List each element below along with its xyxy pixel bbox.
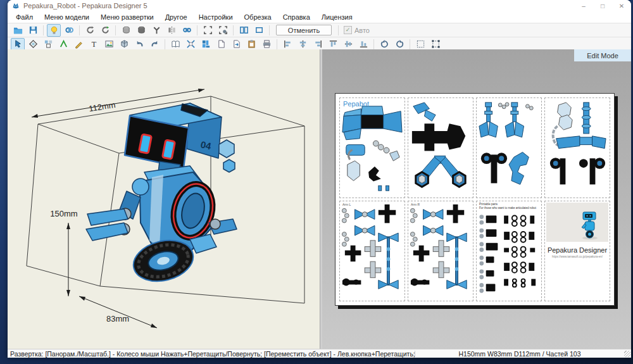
select-points-icon[interactable] (429, 38, 442, 51)
menu-item-1[interactable]: Меню модели (39, 11, 95, 23)
resize-grip[interactable] (624, 351, 630, 357)
arrange-blocks-icon[interactable] (199, 38, 213, 51)
menu-item-5[interactable]: Обрезка (239, 11, 277, 23)
brand-robot-image (580, 211, 599, 240)
menu-item-6[interactable]: Справка (277, 11, 316, 23)
menu-item-4[interactable]: Настройки (193, 11, 239, 23)
robot-model[interactable]: 04 (86, 103, 237, 287)
polygon-pen-icon[interactable] (26, 38, 40, 51)
selection-settings-icon[interactable] (216, 24, 230, 37)
copy-page-icon[interactable] (229, 38, 243, 51)
toolbar-separator (410, 39, 410, 49)
status-hint-text: Развертка: [Панорам./Масштаб.] - Колесо … (8, 350, 415, 358)
svg-text:T: T (91, 40, 96, 49)
toolbar-separator (373, 39, 374, 49)
select-rotate-icon[interactable] (11, 38, 25, 51)
align-bottom-icon[interactable] (356, 38, 370, 51)
image-tool-icon[interactable] (102, 38, 116, 51)
pattern-pieces-wheels-svg[interactable] (545, 98, 610, 198)
solid-view-icon[interactable] (134, 24, 148, 37)
pattern-pieces-body-svg[interactable] (408, 98, 473, 198)
new-page-icon[interactable] (214, 38, 228, 51)
redo-icon[interactable] (147, 38, 161, 51)
save-file-icon[interactable] (26, 24, 40, 37)
pattern-cell-legs[interactable] (476, 97, 542, 198)
pattern-cell-brand[interactable]: Pepakura Designer https://www.tamasoft.c… (544, 201, 610, 301)
menu-item-0[interactable]: Файл (10, 11, 39, 23)
align-top-icon[interactable] (326, 38, 340, 51)
align-right-icon[interactable] (311, 38, 325, 51)
align-center-h-icon[interactable] (296, 38, 310, 51)
brand-name: Pepakura Designer (545, 246, 610, 254)
pattern-pieces-small-svg[interactable] (477, 201, 541, 301)
pattern-pieces-arm-right-svg[interactable] (408, 201, 473, 301)
fit-view-icon[interactable] (184, 38, 197, 51)
brand-url: https://www.tamasoft.co.jp/pepakura-en/ (545, 255, 610, 258)
single-view-icon[interactable] (252, 24, 266, 37)
pattern-cell-wheels[interactable] (544, 97, 610, 198)
multi-select-icon[interactable] (41, 38, 55, 51)
select-region-icon[interactable] (413, 38, 427, 51)
rotate-view-icon[interactable] (98, 24, 112, 37)
auto-checkbox-group[interactable]: ✓ Авто (344, 26, 370, 34)
rotate-part-cw-icon[interactable] (392, 38, 406, 51)
texture-link-icon[interactable] (62, 24, 76, 37)
toolbar-main-icons (10, 24, 266, 37)
undo-button-main[interactable]: Отменить (276, 25, 332, 35)
pattern-pieces-head-svg[interactable] (340, 98, 404, 198)
align-left-icon[interactable] (280, 38, 294, 51)
edit-mode-badge: Edit Mode (574, 49, 631, 61)
menu-bar: ФайлМеню моделиМеню разверткиДругоеНастр… (8, 11, 631, 23)
rotate-model-icon[interactable] (83, 24, 97, 37)
pattern-cell-arm-left[interactable]: Arm L (339, 201, 405, 301)
selection-frame-icon[interactable] (201, 24, 215, 37)
menu-item-2[interactable]: Меню развертки (95, 11, 160, 23)
link-parts-icon[interactable] (180, 24, 194, 37)
toolbar-separator (79, 25, 80, 35)
3d-viewport-canvas[interactable]: 112mm 150mm 83mm (8, 49, 320, 349)
mirror-tool-icon[interactable] (165, 24, 179, 37)
auto-checkbox[interactable]: ✓ (344, 26, 352, 34)
minimize-button[interactable]: – (574, 0, 593, 11)
undo-icon[interactable] (132, 38, 146, 51)
menu-item-3[interactable]: Другое (160, 11, 193, 23)
3d-viewport[interactable]: 112mm 150mm 83mm (8, 49, 320, 349)
split-view-icon[interactable] (237, 24, 251, 37)
pattern-page-grid: Pepabot (339, 97, 610, 301)
window-title: Pepakura_Robot - Pepakura Designer 5 (23, 2, 147, 9)
box-3d-icon[interactable] (117, 38, 131, 51)
paste-clipboard-icon[interactable] (244, 38, 258, 51)
book-pages-icon[interactable] (168, 38, 182, 51)
light-toggle-icon[interactable] (47, 24, 61, 37)
cylinder-select-icon[interactable] (119, 24, 133, 37)
angle-tool-icon[interactable] (56, 38, 70, 51)
close-button[interactable]: ✕ (612, 0, 631, 11)
toolbar-separator (338, 25, 339, 35)
auto-checkbox-label: Авто (354, 27, 370, 34)
desktop: { "window": { "title": "Pepakura_Robot -… (0, 0, 633, 364)
status-model-size: H150mm W83mm D112mm / Частей 103 (415, 350, 624, 358)
pattern-page[interactable]: Pepabot (335, 93, 615, 306)
text-tool-icon[interactable]: T (87, 38, 101, 51)
open-folder-icon[interactable] (11, 24, 25, 37)
pattern-pieces-legs-svg[interactable] (477, 98, 541, 198)
pattern-pieces-arm-left-svg[interactable] (340, 201, 404, 301)
toolbar-edit-icons: T (10, 38, 443, 51)
arm-left-label: Arm L (342, 203, 351, 206)
maximize-button[interactable]: □ (593, 0, 612, 11)
height-dimension-label: 150mm (50, 209, 77, 218)
joint-tool-icon[interactable] (149, 24, 163, 37)
align-middle-v-icon[interactable] (341, 38, 355, 51)
pattern-cell-body[interactable] (408, 97, 473, 198)
rotate-part-ccw-icon[interactable] (377, 38, 391, 51)
pattern-panel[interactable]: Edit Mode Pepabot (322, 49, 631, 349)
pattern-cell-small-parts[interactable]: Printable parts For those who want to ma… (476, 201, 542, 301)
pattern-cell-arm-right[interactable]: Arm R (408, 201, 473, 301)
pattern-cell-head[interactable]: Pepabot (339, 97, 405, 198)
title-bar: Pepakura_Robot - Pepakura Designer 5 – □… (8, 0, 631, 11)
menu-item-7[interactable]: Лицензия (316, 11, 358, 23)
toolbar-separator (115, 25, 116, 35)
edge-pen-icon[interactable] (72, 38, 85, 51)
print-icon[interactable] (260, 38, 273, 51)
app-logo-icon (12, 2, 20, 9)
